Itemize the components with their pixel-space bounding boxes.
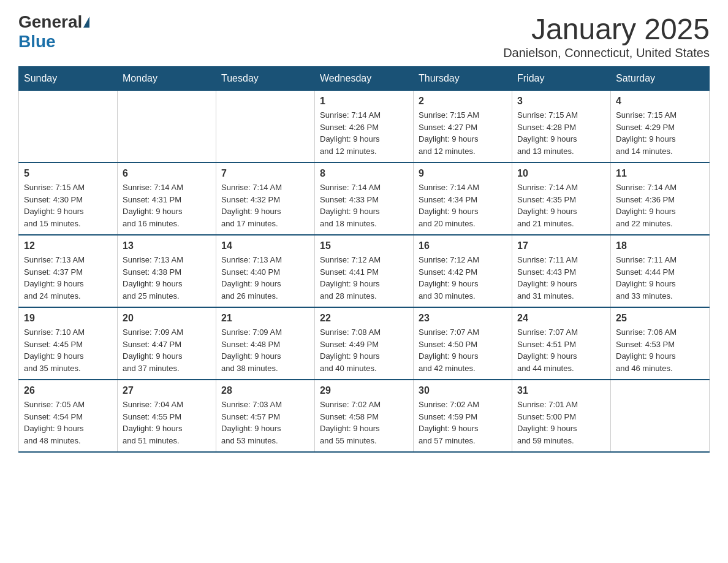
calendar-cell: 16Sunrise: 7:12 AMSunset: 4:42 PMDayligh… — [414, 235, 512, 307]
day-number: 6 — [123, 168, 211, 179]
day-number: 11 — [616, 168, 704, 179]
calendar-cell — [118, 91, 216, 163]
day-number: 28 — [221, 385, 309, 396]
day-info: Sunrise: 7:13 AMSunset: 4:37 PMDaylight:… — [24, 254, 112, 302]
day-info: Sunrise: 7:02 AMSunset: 4:59 PMDaylight:… — [419, 399, 507, 446]
day-number: 23 — [419, 313, 507, 324]
day-number: 9 — [419, 168, 507, 179]
day-info: Sunrise: 7:14 AMSunset: 4:26 PMDaylight:… — [320, 109, 408, 157]
day-number: 19 — [24, 313, 112, 324]
calendar-cell — [611, 380, 710, 452]
title-section: January 2025 Danielson, Connecticut, Uni… — [503, 12, 710, 60]
day-number: 2 — [419, 96, 507, 107]
day-info: Sunrise: 7:15 AMSunset: 4:30 PMDaylight:… — [24, 182, 112, 229]
day-number: 8 — [320, 168, 408, 179]
day-info: Sunrise: 7:07 AMSunset: 4:50 PMDaylight:… — [419, 326, 507, 374]
day-info: Sunrise: 7:08 AMSunset: 4:49 PMDaylight:… — [320, 326, 408, 374]
calendar-cell: 27Sunrise: 7:04 AMSunset: 4:55 PMDayligh… — [118, 380, 216, 452]
day-number: 15 — [320, 240, 408, 251]
page-header: General Blue January 2025 Danielson, Con… — [18, 12, 710, 60]
weekday-header-wednesday: Wednesday — [315, 67, 414, 91]
weekday-header-monday: Monday — [118, 67, 216, 91]
logo: General Blue — [18, 12, 91, 52]
weekday-header-sunday: Sunday — [19, 67, 118, 91]
day-info: Sunrise: 7:10 AMSunset: 4:45 PMDaylight:… — [24, 326, 112, 374]
day-info: Sunrise: 7:14 AMSunset: 4:34 PMDaylight:… — [419, 182, 507, 229]
calendar-cell: 28Sunrise: 7:03 AMSunset: 4:57 PMDayligh… — [216, 380, 315, 452]
calendar-cell: 13Sunrise: 7:13 AMSunset: 4:38 PMDayligh… — [118, 235, 216, 307]
day-number: 25 — [616, 313, 704, 324]
day-info: Sunrise: 7:13 AMSunset: 4:40 PMDaylight:… — [221, 254, 309, 302]
logo-blue-text: Blue — [18, 32, 56, 51]
day-number: 24 — [517, 313, 605, 324]
calendar-cell: 24Sunrise: 7:07 AMSunset: 4:51 PMDayligh… — [512, 307, 611, 380]
calendar-cell: 29Sunrise: 7:02 AMSunset: 4:58 PMDayligh… — [315, 380, 414, 452]
calendar-cell — [19, 91, 118, 163]
day-number: 31 — [517, 385, 605, 396]
day-number: 5 — [24, 168, 112, 179]
calendar-cell: 21Sunrise: 7:09 AMSunset: 4:48 PMDayligh… — [216, 307, 315, 380]
calendar-cell: 23Sunrise: 7:07 AMSunset: 4:50 PMDayligh… — [414, 307, 512, 380]
weekday-header-tuesday: Tuesday — [216, 67, 315, 91]
day-number: 3 — [517, 96, 605, 107]
calendar-cell: 1Sunrise: 7:14 AMSunset: 4:26 PMDaylight… — [315, 91, 414, 163]
day-info: Sunrise: 7:04 AMSunset: 4:55 PMDaylight:… — [123, 399, 211, 446]
calendar-cell: 15Sunrise: 7:12 AMSunset: 4:41 PMDayligh… — [315, 235, 414, 307]
day-info: Sunrise: 7:12 AMSunset: 4:42 PMDaylight:… — [419, 254, 507, 302]
day-number: 30 — [419, 385, 507, 396]
day-info: Sunrise: 7:06 AMSunset: 4:53 PMDaylight:… — [616, 326, 704, 374]
day-info: Sunrise: 7:11 AMSunset: 4:43 PMDaylight:… — [517, 254, 605, 302]
day-info: Sunrise: 7:02 AMSunset: 4:58 PMDaylight:… — [320, 399, 408, 446]
calendar-cell: 20Sunrise: 7:09 AMSunset: 4:47 PMDayligh… — [118, 307, 216, 380]
day-number: 20 — [123, 313, 211, 324]
day-info: Sunrise: 7:15 AMSunset: 4:27 PMDaylight:… — [419, 109, 507, 157]
day-info: Sunrise: 7:07 AMSunset: 4:51 PMDaylight:… — [517, 326, 605, 374]
calendar-cell: 5Sunrise: 7:15 AMSunset: 4:30 PMDaylight… — [19, 163, 118, 235]
calendar-cell: 25Sunrise: 7:06 AMSunset: 4:53 PMDayligh… — [611, 307, 710, 380]
day-number: 12 — [24, 240, 112, 251]
day-info: Sunrise: 7:14 AMSunset: 4:36 PMDaylight:… — [616, 182, 704, 229]
calendar-week-row: 5Sunrise: 7:15 AMSunset: 4:30 PMDaylight… — [19, 163, 710, 235]
day-number: 10 — [517, 168, 605, 179]
day-number: 17 — [517, 240, 605, 251]
weekday-header-friday: Friday — [512, 67, 611, 91]
calendar-week-row: 26Sunrise: 7:05 AMSunset: 4:54 PMDayligh… — [19, 380, 710, 452]
day-info: Sunrise: 7:03 AMSunset: 4:57 PMDaylight:… — [221, 399, 309, 446]
day-number: 7 — [221, 168, 309, 179]
calendar-cell: 7Sunrise: 7:14 AMSunset: 4:32 PMDaylight… — [216, 163, 315, 235]
day-number: 26 — [24, 385, 112, 396]
day-info: Sunrise: 7:15 AMSunset: 4:28 PMDaylight:… — [517, 109, 605, 157]
day-number: 13 — [123, 240, 211, 251]
calendar-cell: 3Sunrise: 7:15 AMSunset: 4:28 PMDaylight… — [512, 91, 611, 163]
calendar-week-row: 19Sunrise: 7:10 AMSunset: 4:45 PMDayligh… — [19, 307, 710, 380]
calendar-cell: 2Sunrise: 7:15 AMSunset: 4:27 PMDaylight… — [414, 91, 512, 163]
day-number: 14 — [221, 240, 309, 251]
calendar-cell: 6Sunrise: 7:14 AMSunset: 4:31 PMDaylight… — [118, 163, 216, 235]
calendar-cell: 19Sunrise: 7:10 AMSunset: 4:45 PMDayligh… — [19, 307, 118, 380]
day-number: 1 — [320, 96, 408, 107]
weekday-header-saturday: Saturday — [611, 67, 710, 91]
day-info: Sunrise: 7:11 AMSunset: 4:44 PMDaylight:… — [616, 254, 704, 302]
calendar-cell: 4Sunrise: 7:15 AMSunset: 4:29 PMDaylight… — [611, 91, 710, 163]
day-info: Sunrise: 7:09 AMSunset: 4:47 PMDaylight:… — [123, 326, 211, 374]
day-info: Sunrise: 7:14 AMSunset: 4:31 PMDaylight:… — [123, 182, 211, 229]
calendar-cell: 14Sunrise: 7:13 AMSunset: 4:40 PMDayligh… — [216, 235, 315, 307]
calendar-cell — [216, 91, 315, 163]
calendar-week-row: 12Sunrise: 7:13 AMSunset: 4:37 PMDayligh… — [19, 235, 710, 307]
logo-triangle-icon — [83, 17, 89, 28]
location-text: Danielson, Connecticut, United States — [503, 46, 710, 60]
day-info: Sunrise: 7:15 AMSunset: 4:29 PMDaylight:… — [616, 109, 704, 157]
calendar-cell: 11Sunrise: 7:14 AMSunset: 4:36 PMDayligh… — [611, 163, 710, 235]
calendar-cell: 9Sunrise: 7:14 AMSunset: 4:34 PMDaylight… — [414, 163, 512, 235]
day-number: 18 — [616, 240, 704, 251]
day-info: Sunrise: 7:12 AMSunset: 4:41 PMDaylight:… — [320, 254, 408, 302]
day-number: 21 — [221, 313, 309, 324]
calendar-cell: 30Sunrise: 7:02 AMSunset: 4:59 PMDayligh… — [414, 380, 512, 452]
calendar-week-row: 1Sunrise: 7:14 AMSunset: 4:26 PMDaylight… — [19, 91, 710, 163]
day-number: 29 — [320, 385, 408, 396]
day-number: 27 — [123, 385, 211, 396]
calendar-cell: 8Sunrise: 7:14 AMSunset: 4:33 PMDaylight… — [315, 163, 414, 235]
weekday-header-row: SundayMondayTuesdayWednesdayThursdayFrid… — [19, 67, 710, 91]
calendar-cell: 22Sunrise: 7:08 AMSunset: 4:49 PMDayligh… — [315, 307, 414, 380]
day-info: Sunrise: 7:13 AMSunset: 4:38 PMDaylight:… — [123, 254, 211, 302]
